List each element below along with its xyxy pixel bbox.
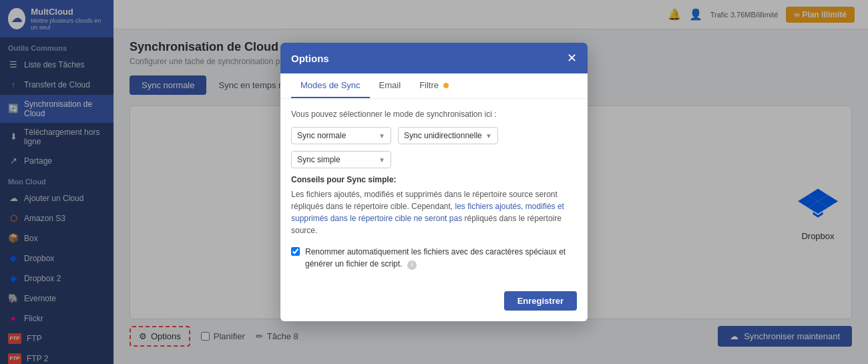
auto-rename-checkbox[interactable]: [291, 247, 300, 256]
modal-overlay[interactable]: Options ✕ Modes de Sync Email Filtre Vou…: [0, 0, 868, 364]
tip-highlight: les fichiers ajoutés, modifiés et suppri…: [291, 202, 564, 223]
modal-header: Options ✕: [280, 43, 588, 73]
sync-simple-select[interactable]: Sync simple ▼: [291, 151, 391, 168]
chevron-down-icon: ▼: [379, 132, 385, 140]
tip-text: Les fichiers ajoutés, modifiés et suppri…: [291, 188, 577, 236]
modal-tab-modes[interactable]: Modes de Sync: [291, 73, 370, 98]
filter-dot: [443, 83, 449, 88]
chevron-down-icon-3: ▼: [379, 156, 385, 164]
options-modal: Options ✕ Modes de Sync Email Filtre Vou…: [280, 43, 588, 321]
checkbox-row: Renommer automatiquement les fichiers av…: [291, 246, 577, 270]
sync-direction-select[interactable]: Sync unidirectionnelle ▼: [398, 127, 498, 144]
modal-tabs: Modes de Sync Email Filtre: [280, 73, 588, 99]
chevron-down-icon-2: ▼: [485, 132, 492, 140]
modal-title: Options: [291, 53, 329, 64]
info-icon[interactable]: i: [407, 260, 417, 270]
modal-tab-email[interactable]: Email: [370, 73, 411, 98]
modal-tab-filtre[interactable]: Filtre: [410, 73, 458, 98]
save-button[interactable]: Enregistrer: [504, 291, 577, 311]
modal-close-button[interactable]: ✕: [567, 51, 577, 65]
sync-mode-select[interactable]: Sync normale ▼: [291, 127, 391, 144]
tip-title: Conseils pour Sync simple:: [291, 175, 577, 184]
checkbox-label: Renommer automatiquement les fichiers av…: [305, 246, 577, 270]
modal-body: Vous pouvez sélectionner le mode de sync…: [280, 99, 588, 291]
modal-description: Vous pouvez sélectionner le mode de sync…: [291, 110, 577, 119]
select-row-1: Sync normale ▼ Sync unidirectionnelle ▼: [291, 127, 577, 144]
modal-footer: Enregistrer: [280, 291, 588, 321]
select-row-2: Sync simple ▼: [291, 151, 577, 168]
